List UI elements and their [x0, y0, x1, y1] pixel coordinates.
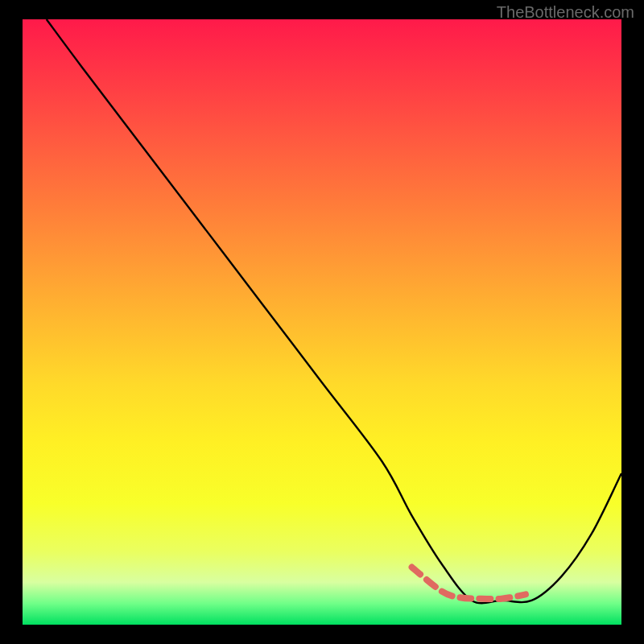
optimal-range-marker	[412, 568, 526, 600]
curve-layer	[23, 19, 621, 625]
plot-area	[23, 19, 621, 625]
bottleneck-curve	[47, 19, 621, 603]
watermark-text: TheBottleneck.com	[497, 3, 634, 22]
